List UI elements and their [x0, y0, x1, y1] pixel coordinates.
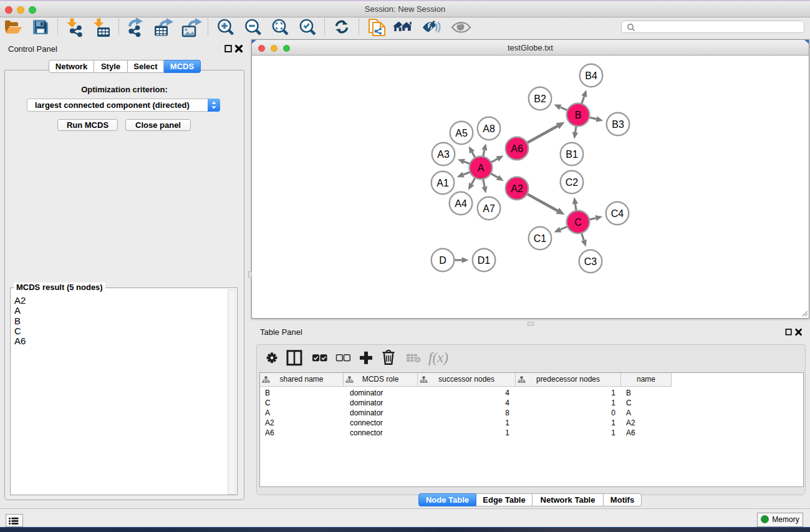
svg-text:f(x): f(x): [428, 350, 448, 365]
svg-text:A8: A8: [483, 123, 495, 134]
svg-text:C3: C3: [584, 256, 597, 267]
svg-text:D: D: [439, 255, 446, 266]
svg-text:B3: B3: [612, 119, 624, 130]
svg-text:A7: A7: [483, 203, 495, 214]
svg-text:C: C: [574, 217, 582, 228]
svg-text:A6: A6: [511, 143, 523, 154]
svg-text:C4: C4: [611, 208, 624, 219]
svg-text:A3: A3: [437, 149, 450, 160]
svg-text:B1: B1: [566, 149, 578, 160]
svg-text:B: B: [575, 110, 582, 120]
svg-text:A4: A4: [455, 198, 467, 209]
svg-text:C1: C1: [534, 233, 547, 244]
svg-text:A2: A2: [511, 183, 523, 194]
svg-text:D1: D1: [478, 255, 491, 266]
svg-text:A5: A5: [455, 128, 468, 138]
svg-text:B2: B2: [534, 94, 546, 104]
svg-text:B4: B4: [585, 70, 597, 81]
svg-text:A: A: [478, 163, 485, 173]
svg-text:A1: A1: [436, 178, 449, 188]
svg-text:C2: C2: [566, 177, 579, 188]
